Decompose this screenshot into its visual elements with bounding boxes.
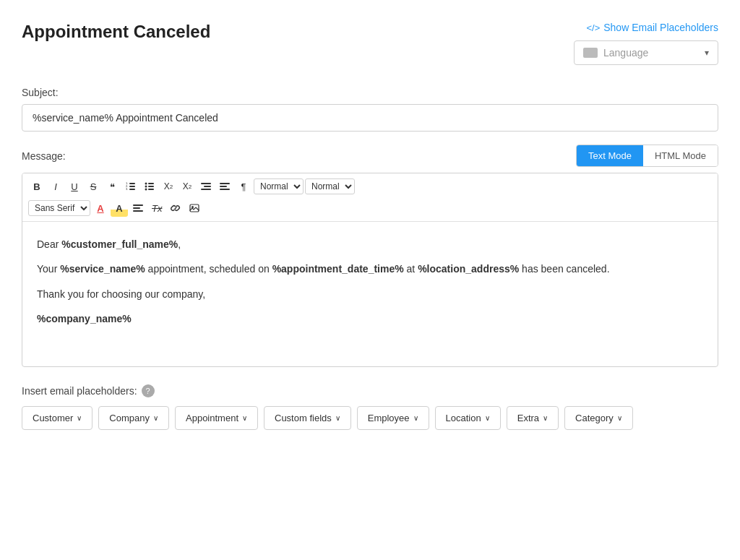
svg-rect-13 xyxy=(204,186,211,187)
svg-rect-9 xyxy=(148,183,154,184)
ordered-list-button[interactable]: 1. 2. 3. xyxy=(122,178,139,195)
svg-point-8 xyxy=(145,189,147,191)
message-label: Message: xyxy=(22,150,66,162)
svg-rect-20 xyxy=(133,210,143,212)
chevron-down-icon: ∨ xyxy=(485,414,490,422)
editor-line-2: Your %service_name% appointment, schedul… xyxy=(37,261,703,277)
placeholder-btn-label: Location xyxy=(446,413,481,423)
show-placeholders-label: Show Email Placeholders xyxy=(603,22,718,33)
placeholder-btn-location[interactable]: Location∨ xyxy=(435,406,501,430)
subject-section: Subject: xyxy=(22,87,718,132)
editor-content[interactable]: Dear %customer_full_name%, Your %service… xyxy=(22,222,718,366)
link-button[interactable] xyxy=(167,199,184,217)
text-mode-button[interactable]: Text Mode xyxy=(577,145,643,166)
svg-rect-17 xyxy=(220,189,230,190)
placeholder-appointment-date: %appointment_date_time% xyxy=(272,263,404,275)
toolbar-row-1: B I U S ❝ 1. 2. 3. xyxy=(28,178,712,195)
toolbar-row-2: Sans Serif A A Tx xyxy=(28,199,712,217)
font-size-select[interactable]: Normal xyxy=(254,178,304,194)
placeholder-btn-category[interactable]: Category∨ xyxy=(564,406,633,430)
placeholder-btn-label: Appointment xyxy=(186,413,238,423)
svg-rect-18 xyxy=(133,204,143,206)
placeholder-service-name: %service_name% xyxy=(60,263,145,275)
placeholders-label-text: Insert email placeholders: xyxy=(22,385,137,397)
chevron-down-icon: ∨ xyxy=(543,414,548,422)
placeholder-btn-label: Category xyxy=(575,413,614,423)
editor-your: Your xyxy=(37,263,60,275)
header-right: </> Show Email Placeholders Language ▾ xyxy=(574,22,718,65)
language-flag xyxy=(583,48,598,58)
placeholder-btn-employee[interactable]: Employee∨ xyxy=(357,406,429,430)
placeholder-location-address: %location_address% xyxy=(418,263,519,275)
placeholder-btn-label: Employee xyxy=(368,413,410,423)
svg-point-6 xyxy=(145,183,147,185)
language-chevron-icon: ▾ xyxy=(705,48,709,58)
subscript-button[interactable]: X2 xyxy=(160,178,177,195)
editor-canceled-text: has been canceled. xyxy=(519,263,609,275)
subject-input[interactable] xyxy=(22,104,718,132)
font-color-button[interactable]: A xyxy=(92,199,109,217)
strikethrough-button[interactable]: S xyxy=(85,178,102,195)
editor-comma: , xyxy=(178,238,181,250)
help-icon[interactable]: ? xyxy=(142,384,155,397)
placeholder-btn-custom-fields[interactable]: Custom fields∨ xyxy=(264,406,351,430)
editor-at: at xyxy=(404,263,418,275)
svg-rect-15 xyxy=(220,183,230,184)
quote-button[interactable]: ❝ xyxy=(103,178,121,195)
placeholders-label: Insert email placeholders: ? xyxy=(22,384,718,397)
subject-label: Subject: xyxy=(22,87,718,98)
indent-left-button[interactable] xyxy=(197,178,215,195)
chevron-down-icon: ∨ xyxy=(617,414,622,422)
page-title: Appointment Canceled xyxy=(22,22,210,42)
editor-line-4: %company_name% xyxy=(37,311,703,327)
chevron-down-icon: ∨ xyxy=(77,414,82,422)
clear-format-button[interactable]: Tx xyxy=(148,199,165,217)
language-dropdown[interactable]: Language ▾ xyxy=(574,40,718,65)
underline-button[interactable]: U xyxy=(66,178,83,195)
placeholder-btn-company[interactable]: Company∨ xyxy=(98,406,169,430)
bold-button[interactable]: B xyxy=(28,178,46,195)
paragraph-button[interactable]: ¶ xyxy=(235,178,252,195)
chevron-down-icon: ∨ xyxy=(335,414,340,422)
placeholder-btn-extra[interactable]: Extra∨ xyxy=(507,406,559,430)
editor-line-3: Thank you for choosing our company, xyxy=(37,286,703,302)
format-select[interactable]: Normal xyxy=(305,178,355,194)
superscript-button[interactable]: X2 xyxy=(178,178,196,195)
chevron-down-icon: ∨ xyxy=(153,414,158,422)
svg-text:3.: 3. xyxy=(126,187,128,191)
placeholder-btn-label: Custom fields xyxy=(275,413,332,423)
placeholder-customer-name: %customer_full_name% xyxy=(61,238,178,250)
chevron-down-icon: ∨ xyxy=(242,414,247,422)
indent-right-button[interactable] xyxy=(216,178,233,195)
svg-rect-0 xyxy=(129,183,135,184)
svg-rect-14 xyxy=(201,189,211,190)
placeholder-btn-label: Extra xyxy=(517,413,539,423)
align-button[interactable] xyxy=(129,199,147,217)
italic-button[interactable]: I xyxy=(47,178,64,195)
svg-rect-16 xyxy=(220,186,227,187)
mode-buttons: Text Mode HTML Mode xyxy=(576,145,718,167)
language-label: Language xyxy=(603,47,648,59)
svg-rect-19 xyxy=(133,207,140,209)
svg-point-7 xyxy=(145,186,147,188)
editor-line-1: Dear %customer_full_name%, xyxy=(37,236,703,252)
placeholder-btn-label: Customer xyxy=(33,413,73,423)
svg-rect-21 xyxy=(190,204,199,212)
html-mode-button[interactable]: HTML Mode xyxy=(643,145,718,166)
show-placeholders-link[interactable]: </> Show Email Placeholders xyxy=(586,22,718,33)
placeholder-buttons-container: Customer∨Company∨Appointment∨Custom fiel… xyxy=(22,406,718,430)
message-section: Message: Text Mode HTML Mode B I U S ❝ 1… xyxy=(22,145,718,367)
svg-rect-2 xyxy=(129,189,135,190)
editor-appointment-text: appointment, scheduled on xyxy=(145,263,272,275)
svg-rect-1 xyxy=(129,186,135,187)
unordered-list-button[interactable] xyxy=(141,178,158,195)
message-header: Message: Text Mode HTML Mode xyxy=(22,145,718,167)
placeholders-section: Insert email placeholders: ? Customer∨Co… xyxy=(22,384,718,430)
placeholder-btn-appointment[interactable]: Appointment∨ xyxy=(175,406,258,430)
placeholder-btn-customer[interactable]: Customer∨ xyxy=(22,406,92,430)
chevron-down-icon: ∨ xyxy=(413,414,418,422)
bg-color-button[interactable]: A xyxy=(111,199,128,217)
font-family-select[interactable]: Sans Serif xyxy=(28,200,90,216)
image-button[interactable] xyxy=(186,199,203,217)
svg-rect-12 xyxy=(201,183,211,184)
